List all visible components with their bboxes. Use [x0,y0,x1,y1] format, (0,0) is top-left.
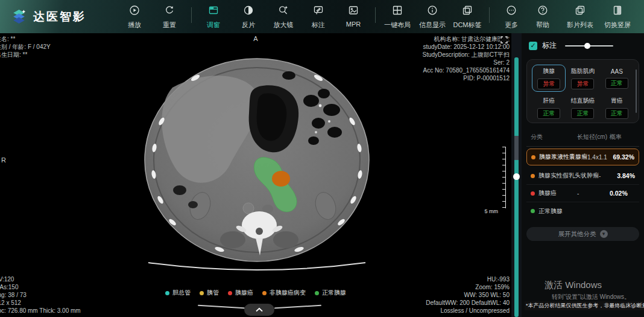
orientation-right: R [1,156,6,164]
toolbar-right-group: 帮助 影片列表 切换竖屏 [527,4,644,30]
toolbar-more-button[interactable]: 更多 [496,4,527,30]
organ-gastric-cancer[interactable]: 胃癌 正常 [600,94,634,121]
toolbar-mpr-button[interactable]: MPR [338,4,369,28]
yellow-dot-icon [200,291,204,295]
slice-scrollbar-track[interactable] [514,57,519,317]
toolbar-window-level-button[interactable]: 调窗 [198,4,229,30]
organ-status-card: 胰腺 异常 脂肪肌肉 异常 AAS 正常 肝癌 正常 结直肠癌 正常 胃癌 正常 [526,59,639,123]
ct-viewport[interactable]: 姓名: ** 性别 / 年龄: F / 042Y 出生日期: ** 机构名称: … [0,33,511,317]
organ-colorectal-cancer[interactable]: 结直肠癌 正常 [566,94,599,121]
disclaimer-text: *本产品分析结果仅供医生参考，非最终临床诊断意见 [525,301,644,310]
activate-windows-text: 激活 Windows [545,280,602,291]
toolbar-menu: 播放 重置 调窗 反片 放大镜 标注 [119,4,527,30]
toolbar-film-list-button[interactable]: 影片列表 [564,4,596,30]
toolbar-play-button[interactable]: 播放 [119,4,150,30]
orange-dot-icon [262,291,267,295]
legend-item: 正常胰腺 [315,289,346,297]
segmentation-legend: 胆总管 胰管 胰腺癌 非胰腺癌病变 正常胰腺 [165,289,346,297]
toolbar-invert-button[interactable]: 反片 [233,4,264,30]
table-edge-line [274,305,321,309]
teal-dot-icon [165,291,169,295]
more-icon [506,5,517,18]
orientation-anterior: A [253,35,257,42]
reset-icon [164,5,175,18]
app-window: 达医智影 播放 重置 调窗 反片 放大镜 [0,0,644,317]
info-display-icon [427,5,438,18]
window-level-icon [208,5,219,18]
activate-windows-subtext: 转到“设置”以激活 Windows。 [552,293,630,301]
kv-value: KV:120 [0,275,81,283]
toolbar-separator [375,7,376,23]
expand-corner-icon[interactable] [500,36,508,44]
toolbar-help-button[interactable]: 帮助 [527,4,558,30]
slice-scrollbar-gutter [511,33,522,317]
logo-icon [11,8,27,25]
table-row-normal-pancreas[interactable]: 正常胰腺 [526,202,639,220]
top-toolbar: 达医智影 播放 重置 调窗 反片 放大镜 [0,0,644,33]
legend-item: 胰管 [200,289,219,297]
invert-icon [243,5,254,18]
slice-scrollbar-handle[interactable] [513,173,520,180]
toolbar-reset-button[interactable]: 重置 [154,4,185,30]
organ-fat-muscle[interactable]: 脂肪肌肉 异常 [566,65,599,92]
mpr-icon [348,5,359,18]
organ-pancreas[interactable]: 胰腺 异常 [532,65,566,92]
patient-name: 姓名: ** [0,35,51,43]
toolbar-separator [191,7,192,23]
toolbar-separator [489,7,490,23]
orange-dot-icon [531,174,535,178]
legend-item: 胰腺癌 [228,289,253,297]
table-row-pseudopapillary-tumor[interactable]: 胰腺实性假乳头状肿瘤 - 3.84% [526,167,639,185]
organ-aas[interactable]: AAS 正常 [600,65,634,92]
status-badge: 正常 [605,78,628,89]
green-dot-icon [531,209,535,213]
green-dot-icon [315,291,319,295]
thumbnail-drawer-toggle[interactable] [244,304,274,316]
hu-value: HU:-993 [426,275,510,283]
table-edge-line [198,305,245,309]
toolbar-dcm-tag-button[interactable]: DCM标签 [452,4,483,30]
toolbar-magnifier-button[interactable]: 放大镜 [268,4,299,30]
image-index: Img: 38 / 73 [0,291,81,299]
status-badge: 正常 [571,108,594,119]
organ-liver-cancer[interactable]: 肝癌 正常 [532,94,566,121]
toolbar-info-display-button[interactable]: 信息显示 [417,4,448,30]
scale-label: 5 mm [485,208,499,214]
toolbar-switch-portrait-button[interactable]: 切换竖屏 [602,4,633,30]
toolbar-layout-button[interactable]: 一键布局 [382,4,413,30]
table-row-pancreatic-cancer[interactable]: 胰腺癌 - 0.02% [526,185,639,202]
study-date: studyDate: 2025-12-12 10:12:00 [423,43,510,51]
chevron-up-icon [255,307,264,312]
orange-dot-icon [531,155,535,159]
window-width-level: WW: 350 WL: 50 [426,291,510,299]
annotation-icon [313,5,324,18]
layout-icon [392,5,403,18]
toolbar-annotation-button[interactable]: 标注 [303,4,334,30]
help-icon [537,5,548,18]
default-window: DefaultWW: 200 DefaultWL: 40 [426,299,510,307]
legend-item: 非胰腺癌病变 [262,289,306,297]
compression-info: Lossless / Uncompressed [426,307,510,315]
status-badge: 正常 [605,108,628,119]
analysis-panel: ✓ 标注 胰腺 异常 脂肪肌肉 异常 AAS 正常 肝癌 正常 [522,33,644,317]
switch-portrait-icon [612,5,623,18]
series-number: Ser: 2 [423,59,510,66]
status-badge: 正常 [537,108,560,119]
study-info-overlay: 机构名称: 甘肃达尔健康医院 studyDate: 2025-12-12 10:… [423,35,510,82]
matrix-size: 512 x 512 [0,299,81,307]
classification-table: 分类 长短径(cm) 概率 胰腺浆液性囊腺瘤 1.4x1.1 69.32% 胰腺… [526,133,639,220]
annotation-header: ✓ 标注 [522,33,644,51]
slider-handle[interactable] [584,43,590,49]
red-dot-icon [228,291,232,295]
annotation-checkbox[interactable]: ✓ [529,42,537,50]
card-scrollbar[interactable] [636,69,637,113]
table-row-serous-cystadenoma[interactable]: 胰腺浆液性囊腺瘤 1.4x1.1 69.32% [526,149,639,165]
status-badge: 异常 [537,78,560,89]
app-logo: 达医智影 [0,8,119,25]
expand-categories-button[interactable]: 展开其他分类 ▾ [526,227,639,241]
study-description: StudyDescription: 上腹部CT平扫 [423,51,510,59]
magnifier-icon [278,5,289,18]
opacity-slider[interactable] [565,43,613,49]
display-info-overlay: HU:-993 Zoom: 159% WW: 350 WL: 50 Defaul… [426,275,510,315]
film-list-icon [575,5,586,18]
